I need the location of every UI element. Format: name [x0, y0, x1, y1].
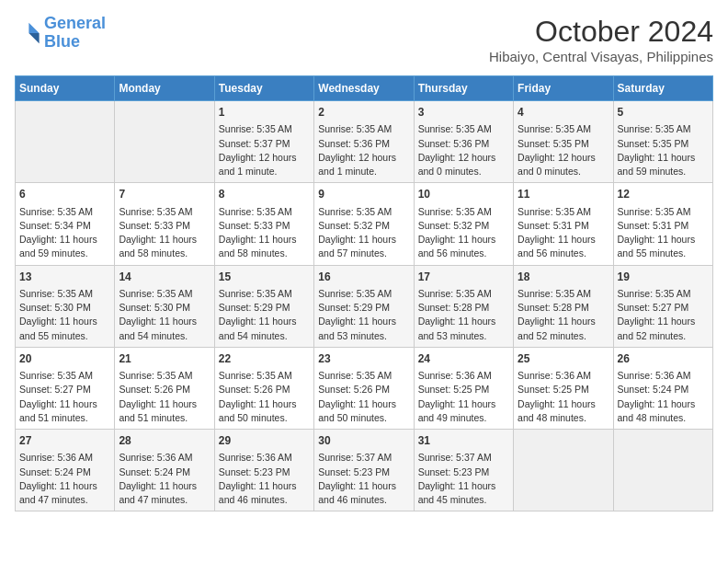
- calendar-week-row: 20Sunrise: 5:35 AMSunset: 5:27 PMDayligh…: [16, 347, 713, 429]
- calendar-cell: 6Sunrise: 5:35 AMSunset: 5:34 PMDaylight…: [16, 183, 115, 265]
- cell-info: and 53 minutes.: [318, 329, 409, 343]
- cell-info: Daylight: 11 hours: [219, 315, 310, 328]
- calendar-cell: 31Sunrise: 5:37 AMSunset: 5:23 PMDayligh…: [414, 430, 513, 511]
- cell-info: Daylight: 11 hours: [119, 479, 210, 493]
- cell-info: Sunset: 5:35 PM: [618, 137, 709, 151]
- calendar-cell: [514, 430, 613, 511]
- day-number: 22: [219, 351, 310, 367]
- cell-info: Daylight: 12 hours: [518, 151, 609, 165]
- cell-info: and 54 minutes.: [119, 329, 210, 343]
- calendar-week-row: 1Sunrise: 5:35 AMSunset: 5:37 PMDaylight…: [16, 101, 713, 183]
- cell-info: and 50 minutes.: [219, 411, 310, 425]
- cell-info: Sunrise: 5:35 AM: [318, 122, 409, 136]
- cell-info: and 0 minutes.: [518, 165, 609, 178]
- cell-info: and 56 minutes.: [518, 247, 609, 260]
- day-number: 15: [219, 270, 310, 285]
- calendar-cell: 10Sunrise: 5:35 AMSunset: 5:32 PMDayligh…: [414, 183, 513, 265]
- cell-info: Daylight: 11 hours: [418, 479, 509, 493]
- cell-info: Sunset: 5:25 PM: [418, 383, 509, 396]
- logo-icon: [15, 20, 40, 46]
- calendar-cell: 18Sunrise: 5:35 AMSunset: 5:28 PMDayligh…: [514, 265, 613, 347]
- day-number: 6: [19, 187, 110, 202]
- day-number: 9: [318, 187, 409, 202]
- cell-info: Daylight: 11 hours: [618, 315, 709, 328]
- calendar-cell: 4Sunrise: 5:35 AMSunset: 5:35 PMDaylight…: [514, 101, 613, 183]
- cell-info: Sunrise: 5:35 AM: [418, 122, 509, 136]
- cell-info: Daylight: 11 hours: [618, 233, 709, 247]
- cell-info: Daylight: 11 hours: [119, 233, 210, 247]
- cell-info: and 58 minutes.: [219, 247, 310, 260]
- calendar-cell: 16Sunrise: 5:35 AMSunset: 5:29 PMDayligh…: [314, 265, 414, 347]
- day-number: 18: [518, 270, 609, 285]
- cell-info: Sunset: 5:36 PM: [318, 137, 409, 151]
- weekday-header: Saturday: [613, 76, 712, 101]
- cell-info: and 52 minutes.: [618, 329, 709, 343]
- cell-info: Sunrise: 5:36 AM: [418, 369, 509, 383]
- cell-info: Sunrise: 5:35 AM: [19, 205, 110, 219]
- day-number: 2: [318, 105, 409, 121]
- cell-info: Daylight: 11 hours: [418, 397, 509, 411]
- cell-info: and 55 minutes.: [618, 247, 709, 260]
- weekday-header: Wednesday: [314, 76, 414, 101]
- cell-info: Daylight: 11 hours: [518, 233, 609, 247]
- cell-info: Sunrise: 5:35 AM: [318, 287, 409, 301]
- cell-info: Sunrise: 5:35 AM: [518, 287, 609, 301]
- cell-info: and 56 minutes.: [418, 247, 509, 260]
- day-number: 24: [418, 351, 509, 367]
- cell-info: Sunrise: 5:35 AM: [219, 369, 310, 383]
- cell-info: Sunset: 5:25 PM: [518, 383, 609, 396]
- cell-info: Daylight: 11 hours: [418, 315, 509, 328]
- cell-info: Sunset: 5:26 PM: [119, 383, 210, 396]
- cell-info: Daylight: 11 hours: [19, 233, 110, 247]
- cell-info: Sunrise: 5:36 AM: [19, 451, 110, 465]
- calendar-body: 1Sunrise: 5:35 AMSunset: 5:37 PMDaylight…: [16, 101, 713, 511]
- cell-info: Sunrise: 5:35 AM: [518, 122, 609, 136]
- cell-info: Daylight: 11 hours: [318, 479, 409, 493]
- cell-info: Daylight: 12 hours: [318, 151, 409, 165]
- cell-info: Sunset: 5:23 PM: [418, 465, 509, 479]
- cell-info: Sunrise: 5:35 AM: [618, 122, 709, 136]
- cell-info: and 46 minutes.: [318, 493, 409, 507]
- day-number: 23: [318, 351, 409, 367]
- cell-info: and 49 minutes.: [418, 411, 509, 425]
- calendar-table: SundayMondayTuesdayWednesdayThursdayFrid…: [15, 75, 713, 511]
- calendar-cell: 1Sunrise: 5:35 AMSunset: 5:37 PMDaylight…: [214, 101, 313, 183]
- calendar-header: SundayMondayTuesdayWednesdayThursdayFrid…: [16, 76, 713, 101]
- cell-info: Sunset: 5:33 PM: [219, 219, 310, 233]
- calendar-cell: [115, 101, 214, 183]
- calendar-cell: 9Sunrise: 5:35 AMSunset: 5:32 PMDaylight…: [314, 183, 414, 265]
- day-number: 11: [518, 187, 609, 202]
- logo-line2: Blue: [44, 32, 80, 51]
- calendar-cell: 14Sunrise: 5:35 AMSunset: 5:30 PMDayligh…: [115, 265, 214, 347]
- cell-info: Daylight: 11 hours: [318, 397, 409, 411]
- day-number: 28: [119, 433, 210, 449]
- header-row: SundayMondayTuesdayWednesdayThursdayFrid…: [16, 76, 713, 101]
- cell-info: Sunrise: 5:35 AM: [119, 205, 210, 219]
- cell-info: Daylight: 11 hours: [219, 397, 310, 411]
- day-number: 7: [119, 187, 210, 202]
- cell-info: Sunrise: 5:35 AM: [418, 205, 509, 219]
- cell-info: Daylight: 11 hours: [119, 397, 210, 411]
- day-number: 21: [119, 351, 210, 367]
- cell-info: and 51 minutes.: [119, 411, 210, 425]
- cell-info: Daylight: 11 hours: [518, 315, 609, 328]
- cell-info: and 48 minutes.: [518, 411, 609, 425]
- calendar-cell: 15Sunrise: 5:35 AMSunset: 5:29 PMDayligh…: [214, 265, 313, 347]
- day-number: 16: [318, 270, 409, 285]
- logo-text: General Blue: [44, 15, 106, 52]
- day-number: 4: [518, 105, 609, 121]
- calendar-week-row: 13Sunrise: 5:35 AMSunset: 5:30 PMDayligh…: [16, 265, 713, 347]
- cell-info: Daylight: 11 hours: [219, 233, 310, 247]
- calendar-cell: 2Sunrise: 5:35 AMSunset: 5:36 PMDaylight…: [314, 101, 414, 183]
- cell-info: Sunset: 5:35 PM: [518, 137, 609, 151]
- cell-info: Daylight: 11 hours: [318, 315, 409, 328]
- day-number: 10: [418, 187, 509, 202]
- cell-info: Sunset: 5:31 PM: [518, 219, 609, 233]
- cell-info: Sunset: 5:24 PM: [19, 465, 110, 479]
- calendar-cell: 5Sunrise: 5:35 AMSunset: 5:35 PMDaylight…: [613, 101, 712, 183]
- day-number: 8: [219, 187, 310, 202]
- cell-info: and 1 minute.: [219, 165, 310, 178]
- day-number: 12: [618, 187, 709, 202]
- cell-info: and 46 minutes.: [219, 493, 310, 507]
- cell-info: Sunset: 5:37 PM: [219, 137, 310, 151]
